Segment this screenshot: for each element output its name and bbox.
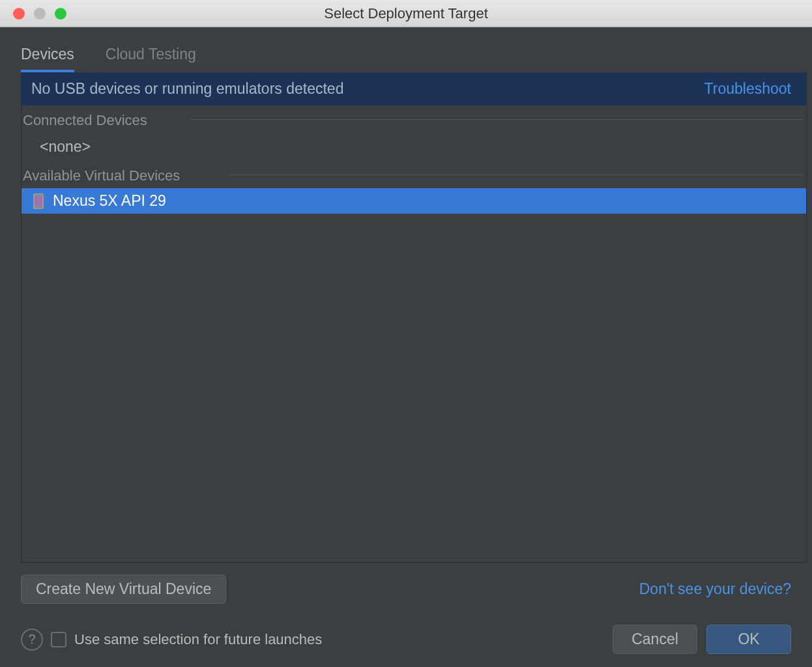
status-message: No USB devices or running emulators dete… <box>31 80 343 98</box>
device-name: Nexus 5X API 29 <box>53 192 166 210</box>
connected-devices-header: Connected Devices <box>22 106 806 133</box>
tab-cloud-testing[interactable]: Cloud Testing <box>106 46 196 72</box>
footer-actions-row: ? Use same selection for future launches… <box>21 625 791 654</box>
create-virtual-device-button[interactable]: Create New Virtual Device <box>21 575 226 604</box>
window-controls <box>0 8 66 20</box>
minimize-window-button[interactable] <box>34 8 46 20</box>
close-window-button[interactable] <box>13 8 25 20</box>
phone-icon <box>33 193 44 209</box>
device-list-panel: Connected Devices <none> Available Virtu… <box>21 106 807 563</box>
remember-selection-container: Use same selection for future launches <box>51 631 322 648</box>
help-button[interactable]: ? <box>21 629 43 651</box>
cancel-button[interactable]: Cancel <box>613 625 697 654</box>
dialog-footer: Create New Virtual Device Don't see your… <box>0 563 812 667</box>
troubleshoot-link[interactable]: Troubleshoot <box>704 80 791 98</box>
dialog-content: Devices Cloud Testing No USB devices or … <box>0 27 812 667</box>
dont-see-device-link[interactable]: Don't see your device? <box>639 580 791 598</box>
maximize-window-button[interactable] <box>55 8 66 20</box>
connected-devices-none: <none> <box>22 133 806 161</box>
remember-selection-checkbox[interactable] <box>51 632 66 647</box>
footer-right-actions: Cancel OK <box>613 625 791 654</box>
tab-devices[interactable]: Devices <box>21 46 74 72</box>
status-bar: No USB devices or running emulators dete… <box>21 72 807 106</box>
ok-button[interactable]: OK <box>706 625 791 654</box>
titlebar: Select Deployment Target <box>0 0 812 27</box>
footer-left-actions: ? Use same selection for future launches <box>21 629 322 651</box>
device-item[interactable]: Nexus 5X API 29 <box>22 188 806 214</box>
footer-top-row: Create New Virtual Device Don't see your… <box>21 575 791 604</box>
remember-selection-label: Use same selection for future launches <box>74 631 322 648</box>
available-devices-header: Available Virtual Devices <box>22 161 806 188</box>
window-title: Select Deployment Target <box>324 5 488 22</box>
tab-bar: Devices Cloud Testing <box>0 27 812 72</box>
deployment-target-dialog: Select Deployment Target Devices Cloud T… <box>0 0 812 667</box>
